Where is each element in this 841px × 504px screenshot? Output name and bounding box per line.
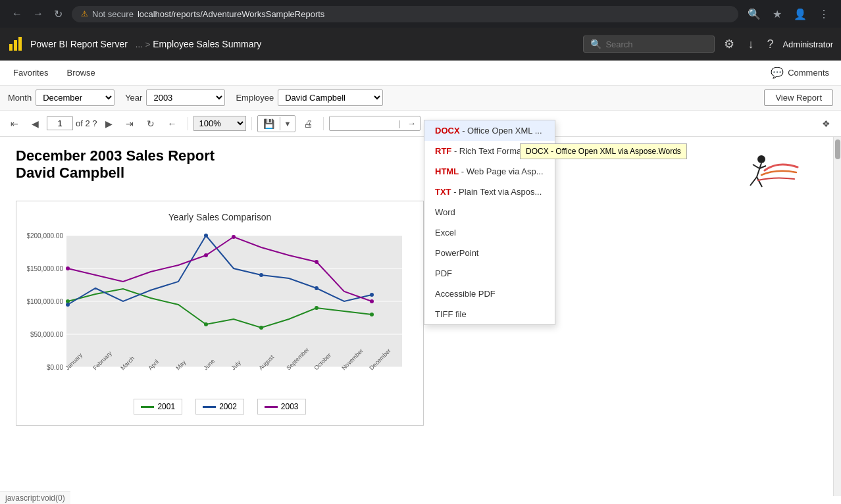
dropdown-item-pdf[interactable]: PDF xyxy=(424,263,555,284)
export-dropdown-button[interactable]: ▼ xyxy=(280,117,295,130)
comments-icon: 💬 xyxy=(771,66,784,79)
first-page-button[interactable]: ⇤ xyxy=(5,116,24,132)
search-box[interactable]: 🔍 xyxy=(583,36,715,53)
dropdown-item-word[interactable]: Word xyxy=(424,202,555,222)
export-button-group: 💾 ▼ xyxy=(257,115,296,132)
comments-button[interactable]: 💬 Comments xyxy=(764,63,836,83)
breadcrumb-ellipsis: ... xyxy=(136,39,143,49)
forward-button[interactable]: → xyxy=(29,5,47,22)
bookmark-icon[interactable]: ★ xyxy=(769,5,786,23)
download-button[interactable]: ↓ xyxy=(744,34,757,55)
search-input[interactable] xyxy=(605,39,707,49)
svg-point-33 xyxy=(315,260,319,264)
svg-rect-0 xyxy=(9,44,13,51)
breadcrumb: ... > Employee Sales Summary xyxy=(136,39,261,49)
scrollbar-thumb[interactable] xyxy=(835,139,840,159)
svg-text:$150,000.00: $150,000.00 xyxy=(27,265,63,272)
page-info: of 2 ? xyxy=(76,118,97,128)
dropdown-item-txt[interactable]: TXT - Plain Text via Aspos... xyxy=(424,182,555,202)
find-toolbar: | → xyxy=(329,116,420,131)
svg-point-23 xyxy=(315,306,319,310)
report-title-line1: December 2003 Sales Report xyxy=(16,147,215,164)
export-dropdown: DOCX - Office Open XML ... RTF - Rich Te… xyxy=(424,120,555,325)
svg-point-25 xyxy=(66,303,70,307)
dropdown-item-html[interactable]: HTML - Web Page via Asp... xyxy=(424,161,555,182)
refresh-button[interactable]: ↻ xyxy=(141,116,160,132)
html-bold: HTML xyxy=(435,166,459,176)
dropdown-item-tiff[interactable]: TIFF file xyxy=(424,304,555,324)
employee-select[interactable]: David Campbell Jae Pak Linda Mitchell Mi… xyxy=(278,89,383,106)
status-bar: javascript:void(0) xyxy=(0,491,70,496)
year-select[interactable]: 2003 2001 2002 2004 xyxy=(146,89,225,106)
favorites-nav-button[interactable]: Favorites xyxy=(5,64,56,82)
txt-rest: - Plain Text via Aspos... xyxy=(451,187,542,197)
menu-icon[interactable]: ⋮ xyxy=(815,5,833,23)
legend-line-2001 xyxy=(141,406,154,408)
svg-line-7 xyxy=(750,177,757,186)
pbi-header: Power BI Report Server ... > Employee Sa… xyxy=(0,28,841,61)
svg-point-32 xyxy=(232,235,236,239)
report-header: December 2003 Sales Report David Campbel… xyxy=(16,147,215,182)
svg-text:$200,000.00: $200,000.00 xyxy=(27,232,63,239)
svg-point-27 xyxy=(259,273,263,277)
legend-line-2003 xyxy=(265,406,278,408)
dropdown-item-excel[interactable]: Excel xyxy=(424,222,555,243)
legend-label-2002: 2002 xyxy=(219,402,237,411)
legend-2001: 2001 xyxy=(134,399,182,415)
url-display: localhost/reports/AdventureWorksSampleRe… xyxy=(138,9,324,19)
view-report-button[interactable]: View Report xyxy=(764,89,833,106)
svg-point-31 xyxy=(204,253,208,257)
export-button[interactable]: 💾 xyxy=(258,116,280,132)
chart-title: Yearly Sales Comparison xyxy=(27,212,413,222)
last-page-button[interactable]: ⇥ xyxy=(120,116,139,132)
header-right: 🔍 ⚙ ↓ ? Administrator xyxy=(583,33,833,55)
back-button[interactable]: ← xyxy=(8,5,26,22)
dropdown-item-accessible-pdf[interactable]: Accessible PDF xyxy=(424,284,555,304)
dropdown-item-rtf[interactable]: RTF - Rich Text Format via... xyxy=(424,141,555,161)
dropdown-item-powerpoint[interactable]: PowerPoint xyxy=(424,243,555,263)
excel-label: Excel xyxy=(435,228,456,238)
main-content: December 2003 Sales Report David Campbel… xyxy=(0,137,841,496)
month-param: Month December January February March Ap… xyxy=(8,89,115,106)
svg-rect-2 xyxy=(18,37,22,51)
back-button[interactable]: ← xyxy=(163,116,182,132)
refresh-button[interactable]: ↻ xyxy=(50,5,66,23)
address-bar[interactable]: ⚠ Not secure localhost/reports/Adventure… xyxy=(72,6,738,22)
not-secure-icon: ⚠ xyxy=(81,9,88,18)
logo-svg xyxy=(725,147,804,193)
next-page-button[interactable]: ▶ xyxy=(100,116,118,132)
rtf-bold: RTF xyxy=(435,146,451,156)
find-input[interactable] xyxy=(330,116,395,130)
scrollbar-track[interactable] xyxy=(833,137,841,496)
user-label: Administrator xyxy=(782,39,833,49)
html-rest: - Web Page via Asp... xyxy=(459,166,543,176)
employee-param: Employee David Campbell Jae Pak Linda Mi… xyxy=(236,89,383,106)
chart-container: Yearly Sales Comparison $200,000.00 $150… xyxy=(16,201,424,426)
svg-rect-1 xyxy=(14,40,17,51)
month-select[interactable]: December January February March April Ma… xyxy=(36,89,115,106)
legend-label-2001: 2001 xyxy=(157,402,175,411)
year-param: Year 2003 2001 2002 2004 xyxy=(125,89,225,106)
svg-line-8 xyxy=(757,177,762,187)
svg-point-22 xyxy=(259,326,263,330)
settings-button[interactable]: ⚙ xyxy=(720,33,738,55)
comments-label: Comments xyxy=(788,68,829,78)
powerpoint-label: PowerPoint xyxy=(435,248,478,258)
dropdown-item-docx[interactable]: DOCX - Office Open XML ... xyxy=(424,120,555,141)
page-number-input[interactable] xyxy=(47,116,73,130)
svg-point-3 xyxy=(757,155,765,163)
find-next-button[interactable]: → xyxy=(403,116,420,130)
browse-nav-button[interactable]: Browse xyxy=(59,64,103,82)
zoom-icon[interactable]: 🔍 xyxy=(744,5,765,23)
find-separator: | xyxy=(395,118,403,128)
prev-page-button[interactable]: ◀ xyxy=(26,116,44,132)
print-button[interactable]: 🖨 xyxy=(298,116,318,132)
help-button[interactable]: ? xyxy=(763,34,777,55)
legend-2003: 2003 xyxy=(257,399,306,415)
sales-chart: $200,000.00 $150,000.00 $100,000.00 $50,… xyxy=(27,229,409,393)
zoom-select[interactable]: 100% 50% 75% 125% 150% xyxy=(193,116,246,131)
profile-icon[interactable]: 👤 xyxy=(790,5,811,23)
status-text: javascript:void(0) xyxy=(5,493,65,496)
expand-button[interactable]: ❖ xyxy=(817,116,836,132)
nav-bar: Favorites Browse 💬 Comments xyxy=(0,61,841,86)
